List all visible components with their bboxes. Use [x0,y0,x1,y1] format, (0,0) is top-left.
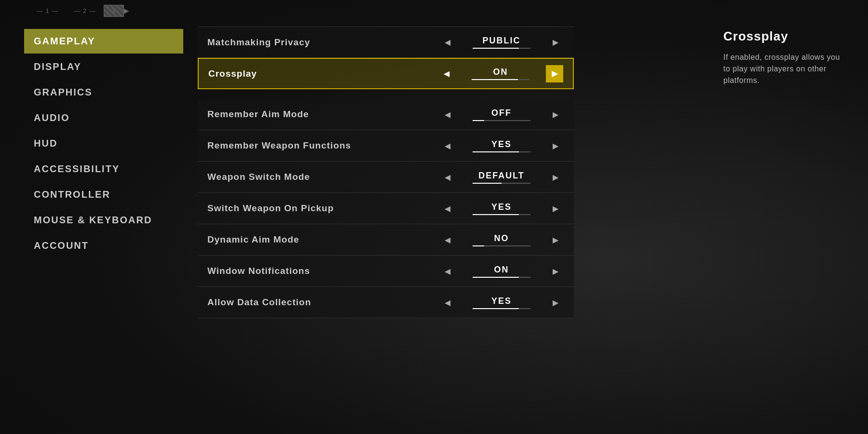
remember-aim-mode-control: ◀ OFF ▶ [439,106,564,123]
dynamic-aim-mode-next[interactable]: ▶ [547,231,564,248]
setting-row-crossplay: Crossplay ◀ ON ▶ [198,58,574,89]
window-notifications-control: ◀ ON ▶ [439,262,564,280]
weapon-switch-mode-next[interactable]: ▶ [547,168,564,186]
crossplay-control: ◀ ON ▶ [438,65,563,82]
remember-aim-mode-prev[interactable]: ◀ [439,106,456,123]
settings-content: Matchmaking Privacy ◀ PUBLIC ▶ Crossplay… [188,0,704,434]
switch-weapon-on-pickup-bar-fill [473,214,519,215]
setting-row-dynamic-aim-mode: Dynamic Aim Mode ◀ NO ▶ [198,224,574,256]
window-notifications-prev[interactable]: ◀ [439,262,456,280]
remember-aim-mode-label: Remember Aim Mode [207,109,309,120]
switch-weapon-on-pickup-value-display: YES [463,202,540,215]
matchmaking-privacy-prev[interactable]: ◀ [439,34,456,51]
tab-2-num: — 2 — [74,7,95,14]
tab-next-arrow[interactable]: ▶ [124,7,129,14]
weapon-switch-mode-prev[interactable]: ◀ [439,168,456,186]
matchmaking-privacy-value: PUBLIC [483,36,521,46]
matchmaking-privacy-value-display: PUBLIC [463,36,540,49]
switch-weapon-on-pickup-next[interactable]: ▶ [547,200,564,217]
sidebar-item-audio[interactable]: AUDIO [24,106,183,130]
remember-aim-mode-bar-fill [473,120,484,121]
remember-aim-mode-bar [473,120,530,121]
tab-3-num: 3 [112,7,116,14]
dynamic-aim-mode-bar-fill [473,245,484,246]
settings-panel: Matchmaking Privacy ◀ PUBLIC ▶ Crossplay… [198,27,574,318]
allow-data-collection-value: YES [491,296,512,306]
tab-1-num: — 1 — [37,7,58,14]
allow-data-collection-next[interactable]: ▶ [547,294,564,311]
remember-weapon-functions-bar [473,151,530,152]
matchmaking-privacy-bar [473,48,530,49]
spacer [198,89,574,99]
top-bar: — 1 — — 2 — 3 ▶ [0,0,868,21]
switch-weapon-on-pickup-prev[interactable]: ◀ [439,200,456,217]
allow-data-collection-label: Allow Data Collection [207,297,311,308]
setting-row-allow-data-collection: Allow Data Collection ◀ YES ▶ [198,287,574,318]
setting-row-switch-weapon-on-pickup: Switch Weapon On Pickup ◀ YES ▶ [198,193,574,224]
dynamic-aim-mode-prev[interactable]: ◀ [439,231,456,248]
crossplay-bar [472,79,529,80]
switch-weapon-on-pickup-value: YES [491,202,512,212]
setting-row-window-notifications: Window Notifications ◀ ON ▶ [198,256,574,287]
window-notifications-bar-fill [473,277,519,278]
window-notifications-next[interactable]: ▶ [547,262,564,280]
remember-weapon-functions-value: YES [491,139,512,149]
matchmaking-privacy-bar-fill [473,48,519,49]
remember-weapon-functions-value-display: YES [463,139,540,152]
sidebar-item-account[interactable]: ACCOUNT [24,233,183,258]
tab-2[interactable]: — 2 — [66,7,103,14]
sidebar-item-hud[interactable]: HUD [24,131,183,156]
sidebar: GAMEPLAY DISPLAY GRAPHICS AUDIO HUD ACCE… [0,0,188,434]
window-notifications-value: ON [494,265,509,275]
remember-weapon-functions-control: ◀ YES ▶ [439,137,564,154]
allow-data-collection-prev[interactable]: ◀ [439,294,456,311]
weapon-switch-mode-value-display: DEFAULT [463,171,540,184]
matchmaking-privacy-control: ◀ PUBLIC ▶ [439,34,564,51]
switch-weapon-on-pickup-label: Switch Weapon On Pickup [207,203,334,214]
window-notifications-value-display: ON [463,265,540,278]
crossplay-next[interactable]: ▶ [546,65,563,82]
remember-aim-mode-value: OFF [491,108,512,118]
matchmaking-privacy-next[interactable]: ▶ [547,34,564,51]
switch-weapon-on-pickup-control: ◀ YES ▶ [439,200,564,217]
remember-aim-mode-value-display: OFF [463,108,540,121]
crossplay-bar-fill [472,79,518,80]
sidebar-item-controller[interactable]: CONTROLLER [24,182,183,207]
tab-3[interactable]: 3 [104,5,124,17]
weapon-switch-mode-bar-fill [473,183,502,184]
crossplay-value: ON [493,67,508,77]
dynamic-aim-mode-value-display: NO [463,233,540,246]
remember-aim-mode-next[interactable]: ▶ [547,106,564,123]
setting-row-weapon-switch-mode: Weapon Switch Mode ◀ DEFAULT ▶ [198,162,574,193]
setting-row-matchmaking-privacy: Matchmaking Privacy ◀ PUBLIC ▶ [198,27,574,58]
allow-data-collection-control: ◀ YES ▶ [439,294,564,311]
weapon-switch-mode-control: ◀ DEFAULT ▶ [439,168,564,186]
window-notifications-label: Window Notifications [207,266,310,276]
setting-row-remember-aim-mode: Remember Aim Mode ◀ OFF ▶ [198,99,574,130]
weapon-switch-mode-value: DEFAULT [478,171,525,181]
sidebar-item-gameplay[interactable]: GAMEPLAY [24,29,183,54]
sidebar-item-accessibility[interactable]: ACCESSIBILITY [24,157,183,181]
tab-1[interactable]: — 1 — [29,7,66,14]
allow-data-collection-bar [473,308,530,309]
dynamic-aim-mode-control: ◀ NO ▶ [439,231,564,248]
remember-weapon-functions-label: Remember Weapon Functions [207,140,351,151]
crossplay-label: Crossplay [208,68,257,79]
remember-weapon-functions-next[interactable]: ▶ [547,137,564,154]
crossplay-value-display: ON [462,67,539,80]
sidebar-item-graphics[interactable]: GRAPHICS [24,80,183,105]
sidebar-item-mouse-keyboard[interactable]: MOUSE & KEYBOARD [24,208,183,232]
info-panel: Crossplay If enabled, crossplay allows y… [704,0,868,434]
remember-weapon-functions-prev[interactable]: ◀ [439,137,456,154]
weapon-switch-mode-label: Weapon Switch Mode [207,172,310,182]
crossplay-prev[interactable]: ◀ [438,65,455,82]
info-title: Crossplay [723,29,849,44]
switch-weapon-on-pickup-bar [473,214,530,215]
info-description: If enabled, crossplay allows you to play… [723,52,849,86]
dynamic-aim-mode-label: Dynamic Aim Mode [207,234,299,245]
window-notifications-bar [473,277,530,278]
allow-data-collection-value-display: YES [463,296,540,309]
matchmaking-privacy-label: Matchmaking Privacy [207,37,310,48]
remember-weapon-functions-bar-fill [473,151,519,152]
sidebar-item-display[interactable]: DISPLAY [24,54,183,79]
